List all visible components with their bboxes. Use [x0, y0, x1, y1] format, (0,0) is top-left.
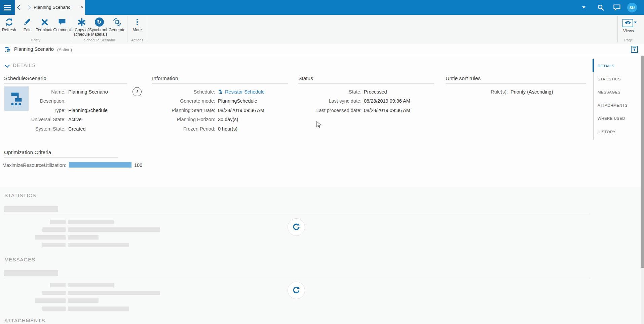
column-divider [298, 83, 434, 84]
schedule-scenario-fields: Name: Planning Scenario Description: Typ… [29, 87, 108, 134]
entity-state-badge: (Active) [57, 47, 72, 52]
optimization-criteria-label: MaximizeResourceUtilization: [2, 163, 66, 168]
section-divider [4, 215, 590, 215]
side-nav-item-attachments[interactable]: ATTACHMENTS [598, 99, 628, 112]
skeleton-bar [68, 227, 160, 232]
untie-sort-rules-fields: Rule(s): Priority (Ascending) [446, 87, 553, 97]
tab-close-icon[interactable]: × [78, 3, 85, 11]
comment-label: Comment [53, 28, 71, 32]
field-value: Created [68, 126, 108, 132]
skeleton-bar [68, 291, 160, 295]
field-value: PlanningSchedule [68, 108, 108, 113]
field-value: Priority (Ascending) [510, 89, 553, 95]
page-tab[interactable]: Planning Scenario × [15, 0, 85, 15]
hamburger-icon [4, 5, 11, 6]
skeleton-bar [68, 307, 129, 311]
field-label: Planning Horizon: [152, 117, 215, 122]
more-button[interactable]: More [128, 16, 146, 32]
details-section-header: DETAILS [13, 62, 36, 68]
copy-of-schedule-label: Copy of schedule [72, 28, 91, 37]
skeleton-bar [68, 220, 114, 224]
column-header-untie-sort-rules: Untie sort rules [446, 75, 481, 81]
views-button[interactable] [622, 19, 633, 27]
column-header-information: Information [152, 75, 178, 81]
side-nav-active-indicator [593, 59, 594, 72]
synchronize-materials-label: Synchroni... Materials [89, 28, 109, 37]
messages-section-header: MESSAGES [4, 257, 35, 262]
side-nav-item-statistics[interactable]: STATISTICS [598, 72, 628, 85]
tab-title: Planning Scenario [34, 5, 71, 10]
skeleton-bar [42, 243, 66, 247]
field-value: 08/28/2019 09:36 AM [218, 108, 265, 113]
synchronize-icon: ↻ [89, 16, 109, 28]
popout-window-icon[interactable] [631, 46, 638, 53]
side-nav-item-messages[interactable]: MESSAGES [598, 85, 628, 99]
field-label: Generate mode: [152, 98, 215, 104]
topbar-dropdown-caret-icon[interactable] [582, 6, 585, 8]
side-nav: DETAILS STATISTICS MESSAGES ATTACHMENTS … [598, 59, 628, 138]
field-value: 08/28/2019 09:36 AM [364, 98, 410, 104]
status-fields: State: Processed Last sync date: 08/28/2… [298, 87, 410, 115]
views-dropdown-caret-icon[interactable] [634, 22, 637, 23]
field-value: 0 hour(s) [218, 126, 265, 132]
field-label: Schedule: [152, 89, 215, 95]
skeleton-bar [35, 298, 66, 303]
toolbar-separator [127, 16, 127, 42]
scrollbar-thumb[interactable] [641, 56, 644, 268]
side-nav-item-details[interactable]: DETAILS [598, 59, 628, 72]
field-label: Universal State: [29, 117, 66, 122]
group-label-page: Page [620, 38, 637, 42]
schedule-scenario-thumbnail [4, 86, 29, 111]
user-avatar[interactable]: SU [627, 3, 637, 12]
field-label: Planning Start Date: [152, 108, 215, 113]
chat-icon[interactable] [613, 4, 620, 12]
entity-header-row: Planning Scenario (Active) [0, 44, 644, 55]
edit-label: Edit [18, 28, 36, 32]
forward-arrow-icon[interactable] [26, 5, 31, 10]
field-value: Planning Scenario [68, 89, 108, 95]
edit-pencil-icon [18, 16, 36, 28]
refresh-icon [0, 16, 18, 28]
skeleton-bar [68, 283, 114, 287]
skeleton-bar [50, 283, 66, 287]
refresh-button[interactable]: Refresh [0, 16, 18, 32]
generate-button[interactable]: Generate [108, 16, 126, 32]
info-icon[interactable]: i [132, 87, 142, 96]
synchronize-materials-button[interactable]: ↻ Synchroni... Materials [89, 16, 109, 37]
skeleton-bar [68, 235, 99, 240]
schedule-link-icon [218, 89, 223, 94]
field-label: State: [298, 89, 362, 95]
copy-of-schedule-button[interactable]: Copy of schedule [72, 16, 91, 37]
skeleton-bar [4, 270, 58, 276]
comment-button[interactable]: Comment [53, 16, 71, 32]
skeleton-bar [35, 235, 66, 240]
views-label: Views [620, 29, 637, 33]
generate-label: Generate [108, 28, 126, 32]
group-label-actions: Actions [128, 38, 146, 42]
field-value: Active [68, 117, 108, 122]
section-divider [4, 279, 590, 279]
more-ellipsis-icon [128, 16, 146, 28]
hamburger-menu-button[interactable] [0, 0, 14, 15]
terminate-button[interactable]: Terminate [36, 16, 54, 32]
skeleton-bar [42, 291, 66, 295]
side-nav-item-where-used[interactable]: WHERE USED [598, 112, 628, 125]
field-label: Type: [29, 108, 66, 113]
edit-button[interactable]: Edit [18, 16, 36, 32]
schedule-scenario-icon [4, 46, 11, 53]
field-value: 30 day(s) [218, 117, 265, 122]
schedule-link[interactable]: Resistor Schedule [225, 89, 265, 95]
column-header-schedule-scenario: ScheduleScenario [4, 75, 46, 81]
field-label: Last processed date: [298, 108, 362, 113]
back-arrow-icon[interactable] [17, 5, 22, 10]
column-header-status: Status [298, 75, 313, 81]
skeleton-bar [42, 307, 66, 311]
optimization-progress-bar [69, 162, 131, 168]
lazy-loading-background [0, 187, 641, 324]
skeleton-bar [42, 227, 66, 232]
skeleton-bar [4, 206, 58, 212]
search-icon[interactable] [597, 4, 604, 12]
details-collapse-chevron-icon[interactable] [5, 63, 10, 68]
side-nav-item-history[interactable]: HISTORY [598, 125, 628, 138]
refresh-label: Refresh [0, 28, 18, 32]
